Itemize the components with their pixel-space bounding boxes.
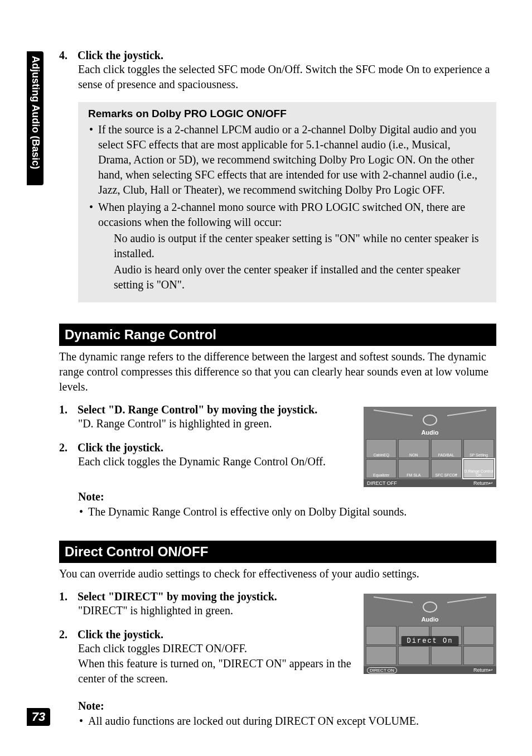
figure-drc-screen: Audio CabinEQ NON FAD/BAL SP Setting Equ… — [364, 407, 496, 487]
step-4: 4. Click the joystick. Each click toggle… — [59, 49, 499, 92]
step-title: Click the joystick. — [78, 49, 163, 61]
remarks-sub-2: Audio is heard only over the center spea… — [114, 262, 486, 292]
fig-cell-equalizer: Equalizer — [366, 459, 396, 478]
direct-layout: 1. Select "DIRECT" by moving the joystic… — [59, 590, 496, 696]
step-body-line1: Each click toggles DIRECT ON/OFF. — [78, 641, 356, 656]
direct-intro: You can override audio settings to check… — [59, 566, 496, 581]
fig-direct-on-overlay: Direct On — [402, 636, 459, 646]
step-number: 1. — [59, 590, 75, 603]
step-body: Each click toggles the selected SFC mode… — [78, 62, 499, 92]
drc-note: Note: The Dynamic Range Control is effec… — [78, 490, 499, 519]
fig-return-label: Return↩ — [473, 480, 493, 486]
figure-audio-label: Audio — [364, 429, 496, 436]
figure-audio-label: Audio — [364, 616, 496, 623]
direct-note: Note: All audio functions are locked out… — [78, 700, 499, 729]
fig-cell — [366, 646, 396, 665]
fig-cell-non: NON — [398, 439, 429, 458]
step-title: Select "D. Range Control" by moving the … — [78, 403, 317, 416]
direct-note-1: All audio functions are locked out durin… — [78, 714, 499, 729]
section-heading-direct: Direct Control ON/OFF — [59, 541, 496, 563]
drc-intro: The dynamic range refers to the differen… — [59, 349, 496, 394]
step-number: 4. — [59, 49, 75, 62]
fig-cell — [463, 626, 494, 645]
page-content: 4. Click the joystick. Each click toggle… — [59, 49, 499, 729]
fig-cell — [398, 646, 429, 665]
fig-direct-status: DIRECT ON — [367, 667, 397, 673]
step-number: 2. — [59, 441, 75, 454]
step-body-line2: When this feature is turned on, "DIRECT … — [78, 656, 356, 686]
fig-cell — [431, 646, 462, 665]
fig-cell-spsetting: SP Setting — [463, 439, 494, 458]
fig-cell-drange-highlight: D.Range Control On — [463, 459, 494, 478]
remarks-bullet-2: When playing a 2-channel mono source wit… — [88, 200, 486, 292]
note-label: Note: — [78, 700, 499, 712]
step-number: 1. — [59, 403, 75, 416]
fig-cell-cabineq: CabinEQ — [366, 439, 396, 458]
remarks-sub-1: No audio is output if the center speaker… — [114, 231, 486, 261]
step-title: Click the joystick. — [78, 628, 163, 641]
step-body: "D. Range Control" is highlighted in gre… — [78, 416, 356, 431]
drc-note-1: The Dynamic Range Control is effective o… — [78, 504, 499, 519]
remarks-bullet-1: If the source is a 2-channel LPCM audio … — [88, 122, 486, 198]
fig-cell-sfcoff: SFC SFCOff — [431, 459, 462, 478]
step-title: Click the joystick. — [78, 441, 163, 454]
remarks-box: Remarks on Dolby PRO LOGIC ON/OFF If the… — [78, 102, 496, 302]
side-tab: Adjusting Audio (Basic) — [27, 51, 43, 185]
drc-step-1: 1. Select "D. Range Control" by moving t… — [59, 403, 356, 431]
fig-return-label: Return↩ — [473, 667, 493, 673]
fig-cell-fmsla: FM SLA — [398, 459, 429, 478]
remarks-title: Remarks on Dolby PRO LOGIC ON/OFF — [88, 108, 486, 120]
step-number: 2. — [59, 628, 75, 641]
drc-layout: 1. Select "D. Range Control" by moving t… — [59, 403, 496, 487]
note-label: Note: — [78, 490, 499, 503]
drc-step-2: 2. Click the joystick. Each click toggle… — [59, 441, 356, 469]
step-body: Each click toggles the Dynamic Range Con… — [78, 454, 356, 469]
step-body: "DIRECT" is highlighted in green. — [78, 603, 356, 618]
direct-step-2: 2. Click the joystick. Each click toggle… — [59, 628, 356, 686]
fig-direct-status: DIRECT OFF — [367, 480, 397, 486]
step-title: Select "DIRECT" by moving the joystick. — [78, 590, 277, 603]
direct-step-1: 1. Select "DIRECT" by moving the joystic… — [59, 590, 356, 618]
fig-cell-fadbal: FAD/BAL — [431, 439, 462, 458]
fig-cell — [463, 646, 494, 665]
section-heading-drc: Dynamic Range Control — [59, 324, 496, 346]
remarks-bullet-2-text: When playing a 2-channel mono source wit… — [98, 201, 465, 228]
page-number: 73 — [27, 708, 50, 726]
fig-cell — [366, 626, 396, 645]
figure-direct-screen: Audio Direct On DIRECT ON Return↩ — [364, 594, 496, 674]
